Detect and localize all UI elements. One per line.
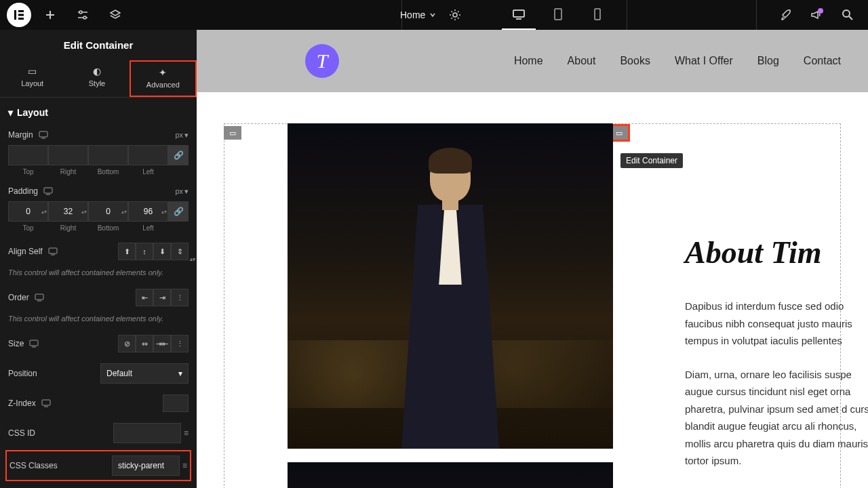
padding-unit[interactable]: px ▾ (175, 187, 189, 196)
tab-advanced[interactable]: ✦Advanced (130, 60, 197, 97)
order-end-button[interactable]: ⇥ (153, 289, 171, 306)
device-mobile[interactable] (580, 0, 614, 30)
svg-rect-12 (513, 10, 524, 17)
add-icon[interactable] (37, 1, 64, 28)
size-shrink-button[interactable]: ⇥⇤ (153, 335, 171, 352)
dynamic-icon[interactable]: ≡ (184, 428, 189, 438)
preview-canvas: T Home About Books What I Offer Blog Con… (197, 30, 868, 488)
top-bar: Home (0, 0, 868, 30)
svg-rect-3 (18, 18, 24, 20)
site-nav: Home About Books What I Offer Blog Conta… (514, 55, 841, 67)
megaphone-icon[interactable] (803, 1, 830, 28)
advanced-icon: ✦ (131, 67, 195, 78)
nav-contact[interactable]: Contact (804, 55, 841, 67)
margin-right-input[interactable] (48, 145, 88, 165)
dynamic-icon[interactable]: ≡ (182, 461, 187, 470)
nav-books[interactable]: Books (620, 55, 650, 67)
order-hint: This control will affect contained eleme… (0, 312, 197, 329)
size-more-button[interactable]: ⋮ (171, 335, 189, 352)
tab-layout[interactable]: ▭Layout (0, 60, 64, 97)
about-para-2[interactable]: Diam, urna, ornare leo facilisis suspe a… (685, 366, 868, 470)
gear-icon[interactable] (441, 1, 469, 28)
layers-icon[interactable] (102, 1, 129, 28)
size-grow-button[interactable]: ⇔ (136, 335, 153, 352)
svg-rect-26 (30, 340, 38, 346)
padding-row: Padding px ▾ (0, 181, 197, 201)
margin-link-icon[interactable]: 🔗 (168, 145, 189, 165)
elementor-logo[interactable] (7, 3, 31, 27)
section-layout-header[interactable]: ▾ Layout (0, 98, 197, 125)
position-select[interactable]: Default▾ (100, 363, 189, 384)
align-start-button[interactable]: ⬆ (118, 243, 136, 260)
sidebar-title: Edit Container (0, 30, 197, 60)
container-tooltip: Edit Container (620, 153, 683, 168)
device-desktop[interactable] (502, 0, 536, 30)
zindex-row: Z-Index (0, 389, 197, 418)
margin-top-input[interactable] (8, 145, 48, 165)
device-icon[interactable] (48, 247, 58, 256)
layout-icon: ▭ (0, 66, 64, 77)
site-logo[interactable]: T (305, 44, 339, 78)
page-name-dropdown[interactable]: Home (400, 9, 436, 20)
css-id-row: CSS ID ≡ (0, 418, 197, 449)
svg-rect-0 (14, 10, 16, 20)
nav-home[interactable]: Home (514, 55, 543, 67)
padding-link-icon[interactable]: 🔗 (168, 201, 189, 222)
svg-point-16 (843, 10, 850, 17)
sidebar-tabs: ▭Layout ◐Style ✦Advanced (0, 60, 197, 98)
device-icon[interactable] (41, 399, 51, 407)
css-id-input[interactable] (113, 423, 181, 443)
nav-blog[interactable]: Blog (757, 55, 779, 67)
size-none-button[interactable]: ⊘ (118, 335, 136, 352)
order-more-button[interactable]: ⋮ (171, 289, 189, 306)
device-icon[interactable] (29, 340, 39, 348)
hero-image-2[interactable] (288, 462, 613, 488)
nav-about[interactable]: About (568, 55, 596, 67)
zindex-input[interactable] (163, 394, 189, 412)
svg-marker-10 (111, 10, 120, 16)
nav-offer[interactable]: What I Offer (675, 55, 733, 67)
order-row: Order ⇤ ⇥ ⋮ (0, 283, 197, 312)
style-icon: ◐ (64, 66, 129, 77)
align-self-row: Align Self ⬆ ↕ ⬇ ⇕ (0, 237, 197, 266)
device-icon[interactable] (43, 187, 53, 195)
svg-rect-18 (39, 131, 47, 137)
align-end-button[interactable]: ⬇ (153, 243, 171, 260)
css-classes-row: CSS Classes ≡ (5, 450, 191, 481)
page-name-label: Home (400, 9, 425, 20)
order-start-button[interactable]: ⇤ (136, 289, 153, 306)
device-icon[interactable] (35, 293, 44, 302)
align-hint: This control will affect contained eleme… (0, 266, 197, 283)
svg-line-17 (849, 16, 852, 20)
search-icon[interactable] (834, 1, 861, 28)
device-icon[interactable] (39, 131, 48, 139)
svg-rect-24 (35, 294, 43, 300)
about-text: About Tim Dapibus id interdum fusce sed … (685, 235, 868, 486)
rocket-icon[interactable] (772, 1, 799, 28)
svg-point-11 (453, 13, 457, 17)
site-header: T Home About Books What I Offer Blog Con… (197, 30, 868, 92)
about-para-1[interactable]: Dapibus id interdum fusce sed odio fauci… (685, 298, 868, 350)
svg-rect-15 (595, 9, 600, 20)
notification-dot (818, 8, 823, 14)
svg-point-9 (83, 16, 86, 19)
align-stretch-button[interactable]: ⇕ (171, 243, 189, 260)
device-tablet[interactable] (541, 0, 575, 30)
hero-image[interactable] (288, 123, 613, 449)
margin-bottom-input[interactable] (88, 145, 128, 165)
editor-sidebar: Edit Container ▭Layout ◐Style ✦Advanced … (0, 30, 197, 488)
margin-left-input[interactable] (128, 145, 168, 165)
svg-rect-20 (44, 188, 52, 193)
svg-rect-28 (42, 400, 50, 405)
tab-style[interactable]: ◐Style (64, 60, 129, 97)
chevron-down-icon: ▾ (178, 369, 182, 378)
container-handle-outer[interactable]: ▭ (224, 126, 241, 140)
svg-rect-2 (18, 14, 24, 16)
css-classes-input[interactable] (112, 455, 180, 476)
about-title[interactable]: About Tim (685, 235, 868, 270)
align-center-button[interactable]: ↕ (136, 243, 153, 260)
margin-unit[interactable]: px ▾ (175, 131, 189, 140)
margin-row: Margin px ▾ (0, 125, 197, 145)
svg-point-7 (79, 11, 82, 14)
settings-sliders-icon[interactable] (69, 1, 96, 28)
